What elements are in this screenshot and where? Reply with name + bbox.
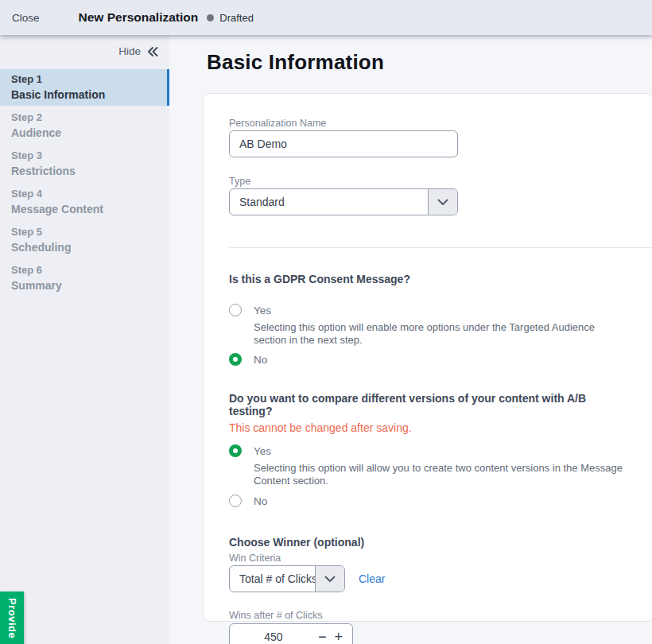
wins-after-clicks-label: Wins after # of Clicks bbox=[229, 610, 627, 622]
chevron-down-icon bbox=[428, 189, 457, 215]
step-label: Message Content bbox=[11, 201, 163, 217]
feedback-tab-label: Provide bbox=[6, 592, 18, 644]
win-criteria-select[interactable]: Total # of Clicks bbox=[229, 565, 345, 592]
gdpr-yes-radio[interactable]: Yes bbox=[229, 304, 627, 316]
decrement-button[interactable]: − bbox=[314, 630, 331, 644]
step-label: Scheduling bbox=[11, 239, 163, 255]
step-number: Step 5 bbox=[11, 225, 163, 239]
sidebar-item-step5-scheduling[interactable]: Step 5 Scheduling bbox=[0, 222, 169, 258]
sidebar-item-step4-message-content[interactable]: Step 4 Message Content bbox=[0, 184, 169, 220]
gdpr-no-radio[interactable]: No bbox=[229, 353, 627, 366]
stepper-value[interactable]: 450 bbox=[230, 630, 314, 643]
radio-checked-icon bbox=[229, 353, 242, 366]
chevron-down-icon bbox=[315, 566, 344, 592]
type-select[interactable]: Standard bbox=[229, 188, 458, 215]
radio-label: No bbox=[254, 354, 267, 366]
main-content: Basic Information Personalization Name T… bbox=[169, 35, 652, 644]
step-label: Restrictions bbox=[11, 163, 163, 179]
step-number: Step 3 bbox=[11, 149, 163, 163]
sidebar-item-step3-restrictions[interactable]: Step 3 Restrictions bbox=[0, 145, 169, 182]
choose-winner-heading: Choose Winner (optional) bbox=[229, 536, 627, 549]
radio-unchecked-icon bbox=[229, 495, 242, 507]
radio-label: Yes bbox=[254, 445, 271, 457]
personalization-name-input[interactable] bbox=[229, 130, 458, 157]
ab-testing-warning: This cannot be changed after saving. bbox=[229, 421, 627, 434]
provide-feedback-tab[interactable]: Provide bbox=[0, 592, 24, 644]
personalization-name-label: Personalization Name bbox=[229, 118, 627, 130]
double-chevron-left-icon bbox=[146, 46, 159, 57]
gdpr-yes-helper-text: Selecting this option will enable more o… bbox=[254, 321, 627, 347]
step-label: Summary bbox=[11, 277, 163, 293]
win-criteria-select-value: Total # of Clicks bbox=[230, 566, 315, 592]
step-label: Audience bbox=[11, 125, 163, 141]
gdpr-question: Is this a GDPR Consent Message? bbox=[229, 273, 627, 285]
clear-win-criteria-button[interactable]: Clear bbox=[359, 572, 385, 585]
hide-label: Hide bbox=[118, 45, 141, 57]
page-title: Basic Information bbox=[207, 50, 384, 75]
ab-no-radio[interactable]: No bbox=[229, 495, 627, 507]
sidebar-item-step6-summary[interactable]: Step 6 Summary bbox=[0, 260, 169, 297]
wins-after-clicks-stepper: 450 − + bbox=[229, 623, 353, 644]
ab-testing-question: Do you want to compare different version… bbox=[229, 392, 627, 417]
sidebar-item-step1-basic-information[interactable]: Step 1 Basic Information bbox=[0, 69, 169, 106]
increment-button[interactable]: + bbox=[330, 630, 347, 644]
sidebar-item-step2-audience[interactable]: Step 2 Audience bbox=[0, 107, 169, 144]
step-number: Step 2 bbox=[11, 111, 163, 125]
step-number: Step 6 bbox=[11, 263, 163, 277]
step-number: Step 4 bbox=[11, 187, 163, 201]
steps-sidebar: Hide Step 1 Basic Information Step 2 Aud… bbox=[0, 35, 169, 644]
section-divider bbox=[229, 247, 652, 248]
window-title: New Personalization bbox=[79, 10, 199, 25]
top-header-bar: Close New Personalization Drafted bbox=[0, 0, 652, 35]
win-criteria-label: Win Criteria bbox=[229, 553, 627, 564]
radio-label: Yes bbox=[254, 305, 271, 316]
step-number: Step 1 bbox=[11, 72, 163, 87]
ab-yes-radio[interactable]: Yes bbox=[229, 444, 627, 457]
status-badge: Drafted bbox=[219, 12, 254, 24]
status-dot-icon bbox=[207, 14, 214, 21]
hide-sidebar-button[interactable]: Hide bbox=[0, 35, 169, 69]
radio-label: No bbox=[254, 495, 267, 507]
type-label: Type bbox=[229, 176, 627, 188]
type-select-value: Standard bbox=[230, 189, 428, 215]
radio-checked-icon bbox=[229, 444, 242, 457]
close-button[interactable]: Close bbox=[12, 12, 40, 24]
basic-information-card: Personalization Name Type Standard Is th… bbox=[203, 93, 652, 622]
radio-unchecked-icon bbox=[229, 304, 242, 316]
step-label: Basic Information bbox=[11, 87, 163, 103]
ab-yes-helper-text: Selecting this option will allow you to … bbox=[254, 462, 627, 487]
